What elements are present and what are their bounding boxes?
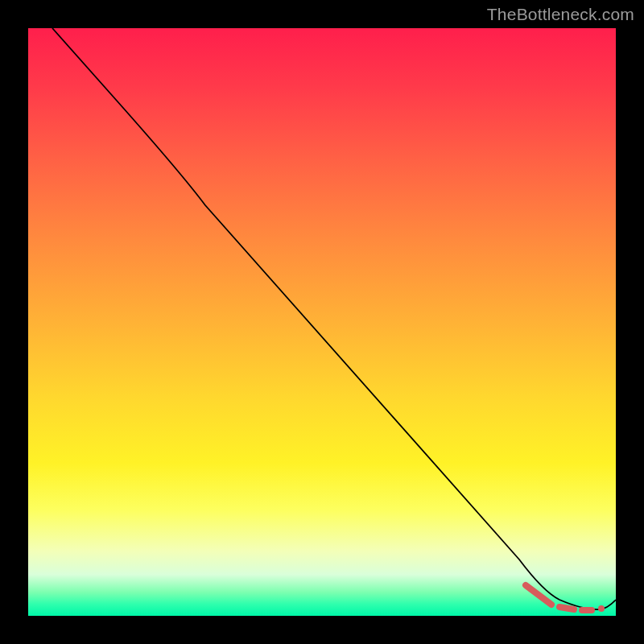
plot-svg [28,28,616,616]
watermark: TheBottleneck.com [487,5,634,24]
highlight-seg-1 [526,585,551,605]
highlight-dot [598,605,605,612]
chart-frame: TheBottleneck.com [0,0,644,644]
plot-area [28,28,616,616]
highlight-seg-2 [559,607,574,609]
bottleneck-curve [52,28,616,609]
